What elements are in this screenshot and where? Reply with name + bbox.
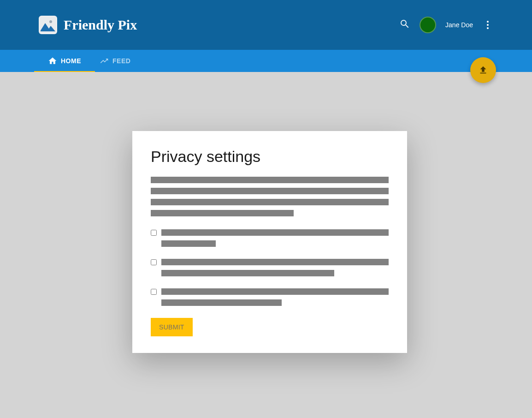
tab-feed-label: FEED xyxy=(112,57,130,65)
checkbox-1[interactable] xyxy=(151,230,157,236)
privacy-option-1 xyxy=(151,229,389,247)
app-header: Friendly Pix Jane Doe xyxy=(0,0,532,50)
privacy-option-3 xyxy=(151,288,389,306)
option-2-text-placeholder xyxy=(161,259,389,276)
privacy-settings-card: Privacy settings xyxy=(132,131,407,353)
upload-fab[interactable] xyxy=(470,57,496,83)
search-icon[interactable] xyxy=(399,18,410,31)
tab-bar: HOME FEED xyxy=(0,50,532,72)
username[interactable]: Jane Doe xyxy=(445,21,473,29)
privacy-option-2 xyxy=(151,259,389,276)
card-title: Privacy settings xyxy=(151,148,389,166)
avatar[interactable] xyxy=(420,17,436,33)
description-placeholder xyxy=(151,177,389,216)
submit-button[interactable]: SUBMIT xyxy=(151,318,193,336)
logo-section[interactable]: Friendly Pix xyxy=(39,16,137,34)
trending-icon xyxy=(100,56,109,66)
home-icon xyxy=(48,56,57,66)
more-vert-icon[interactable] xyxy=(482,19,493,30)
tab-feed[interactable]: FEED xyxy=(90,50,140,72)
upload-icon xyxy=(478,65,488,75)
main-content: Privacy settings xyxy=(0,72,532,418)
header-right: Jane Doe xyxy=(399,17,493,33)
option-1-text-placeholder xyxy=(161,229,389,247)
option-3-text-placeholder xyxy=(161,288,389,306)
logo-icon xyxy=(39,16,57,34)
tab-home[interactable]: HOME xyxy=(39,50,90,72)
checkbox-2[interactable] xyxy=(151,259,157,265)
svg-point-1 xyxy=(49,20,52,23)
checkbox-3[interactable] xyxy=(151,289,157,295)
app-name: Friendly Pix xyxy=(64,17,137,33)
tab-home-label: HOME xyxy=(61,57,81,65)
